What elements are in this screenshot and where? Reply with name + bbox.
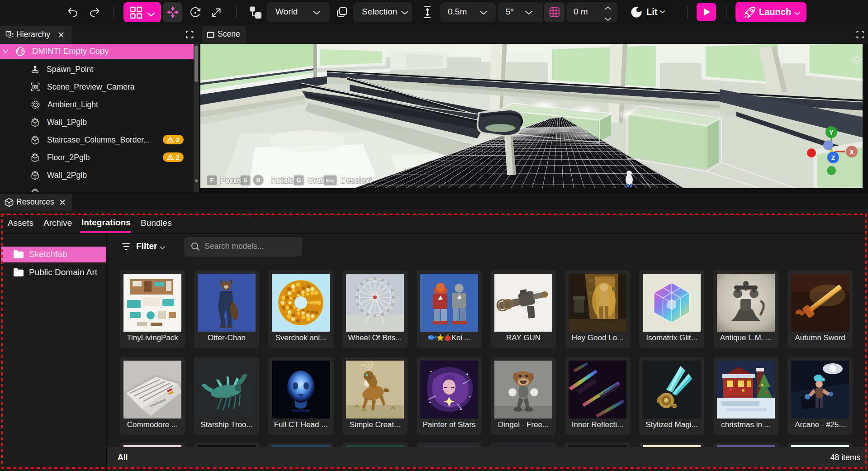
svg-text:S: S	[243, 177, 247, 184]
svg-text:Esc: Esc	[326, 178, 334, 183]
svg-text:Focus: Focus	[220, 176, 242, 185]
svg-text:Z: Z	[831, 154, 835, 162]
svg-text:Grab: Grab	[308, 176, 325, 185]
svg-text:R: R	[256, 177, 261, 184]
svg-text:F: F	[210, 177, 213, 184]
svg-text:G: G	[297, 177, 301, 184]
svg-text:X: X	[849, 148, 854, 156]
svg-text:Y: Y	[829, 129, 834, 136]
svg-text:Deselect: Deselect	[341, 176, 371, 185]
svg-text:Rotate: Rotate	[271, 176, 294, 185]
